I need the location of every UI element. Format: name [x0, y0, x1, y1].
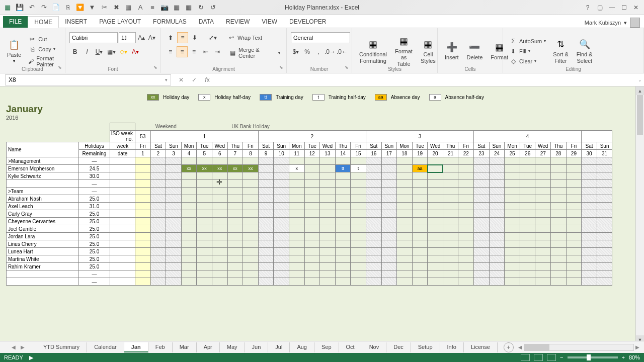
ribbon-tab-view[interactable]: VIEW — [256, 16, 283, 28]
align-middle-icon[interactable]: ≡ — [177, 32, 188, 43]
cancel-formula-icon[interactable]: ✕ — [176, 75, 186, 85]
ribbon-tab-developer[interactable]: DEVELOPER — [283, 16, 332, 28]
qat-icon[interactable]: 🔽 — [75, 3, 85, 12]
zoom-in-icon[interactable]: + — [622, 354, 625, 360]
avatar[interactable] — [630, 18, 640, 28]
vertical-scrollbar[interactable]: ▲ ▼ — [635, 86, 644, 344]
zoom-out-icon[interactable]: − — [560, 354, 563, 360]
align-bottom-icon[interactable]: ⬇ — [189, 32, 200, 43]
align-right-icon[interactable]: ≡ — [189, 46, 199, 57]
align-left-icon[interactable]: ≡ — [165, 46, 176, 57]
sheet-tab-info[interactable]: Info — [440, 342, 464, 352]
font-size-select[interactable] — [119, 32, 136, 43]
cut-button[interactable]: ✂Cut — [26, 35, 61, 44]
increase-font-icon[interactable]: A▴ — [137, 32, 146, 43]
find-select-button[interactable]: 🔍Find & Select — [574, 30, 596, 72]
increase-decimal-icon[interactable]: .0→ — [325, 46, 336, 57]
paste-button[interactable]: 📋 Paste ▾ — [4, 30, 24, 72]
fill-button[interactable]: ⬇Fill▾ — [507, 47, 548, 56]
table-row[interactable]: Rahim Kramer25.0 — [7, 263, 612, 270]
sheet-tab-sep[interactable]: Sep — [314, 342, 339, 352]
table-row[interactable]: Kylie Schwartz30.0 — [7, 172, 612, 180]
ribbon-tab-file[interactable]: FILE — [3, 16, 28, 28]
qat-icon[interactable]: A — [136, 3, 145, 12]
sheet-tab-jun[interactable]: Jun — [245, 342, 269, 352]
sheet-tab-oct[interactable]: Oct — [339, 342, 362, 352]
qat-icon[interactable]: ≡ — [148, 3, 157, 12]
format-painter-button[interactable]: 🖌Format Painter — [26, 55, 61, 68]
planner-table[interactable]: WeekendUK Bank HolidayISO week no.531234… — [6, 123, 612, 286]
font-color-button[interactable]: A▾ — [130, 46, 141, 57]
decrease-font-icon[interactable]: A▾ — [147, 32, 157, 43]
undo-icon[interactable]: ↶ — [27, 3, 36, 12]
dialog-launcher-icon[interactable]: ⬊ — [153, 65, 159, 71]
orientation-icon[interactable]: ⤢▾ — [207, 32, 218, 43]
sheet-tab-apr[interactable]: Apr — [197, 342, 220, 352]
worksheet-area[interactable]: xxHoliday day xHoliday half-day ttTraini… — [0, 86, 644, 344]
user-dropdown-icon[interactable]: ▾ — [624, 20, 627, 26]
wrap-text-button[interactable]: ↩Wrap Text — [225, 32, 264, 43]
scroll-thumb[interactable] — [637, 95, 643, 135]
conditional-formatting-button[interactable]: ▦Conditional Formatting — [356, 30, 390, 72]
expand-formula-icon[interactable]: ⌄ — [635, 77, 644, 82]
ribbon-tab-home[interactable]: HOME — [28, 16, 59, 28]
ribbon-tab-formulas[interactable]: FORMULAS — [147, 16, 193, 28]
qat-icon[interactable]: ↻ — [196, 3, 205, 12]
qat-icon[interactable]: ↺ — [208, 3, 217, 12]
minimize-icon[interactable]: — — [607, 3, 617, 13]
table-row[interactable]: Carly Gray25.0 — [7, 210, 612, 218]
qat-icon[interactable]: 📄 — [51, 3, 60, 12]
camera-icon[interactable]: 📷 — [160, 3, 169, 12]
table-row[interactable]: — — [7, 278, 612, 286]
ribbon-tab-review[interactable]: REVIEW — [220, 16, 256, 28]
decrease-indent-icon[interactable]: ⇤ — [200, 46, 211, 57]
qat-icon[interactable]: ▦ — [184, 3, 193, 12]
close-icon[interactable]: ✕ — [631, 3, 641, 13]
tab-nav-next-icon[interactable]: ▶ — [19, 344, 26, 351]
table-row[interactable]: Axel Leach31.0 — [7, 203, 612, 210]
macro-record-icon[interactable]: ▶ — [29, 354, 33, 361]
sheet-tab-ytd-summary[interactable]: YTD Summary — [36, 342, 87, 352]
clear-button[interactable]: ◇Clear▾ — [507, 57, 548, 66]
qat-icon[interactable]: ▦ — [172, 3, 181, 12]
dialog-launcher-icon[interactable]: ⬊ — [58, 65, 64, 71]
table-row[interactable]: >Management— — [7, 157, 612, 165]
table-row[interactable]: Linus Cherry25.0 — [7, 240, 612, 248]
table-row[interactable]: — — [7, 270, 612, 278]
italic-button[interactable]: I — [82, 46, 93, 57]
table-row[interactable]: Martina White25.0 — [7, 255, 612, 263]
sort-filter-button[interactable]: ⇅Sort & Filter — [550, 30, 572, 72]
sheet-tab-license[interactable]: License — [464, 342, 498, 352]
page-break-view-icon[interactable] — [547, 354, 556, 361]
scroll-thumb[interactable] — [524, 344, 549, 350]
qat-icon[interactable]: ✖ — [112, 3, 121, 12]
copy-button[interactable]: ⎘Copy▾ — [26, 45, 61, 54]
delete-button[interactable]: ➖Delete — [464, 30, 486, 72]
zoom-level[interactable]: 80% — [629, 354, 640, 360]
save-icon[interactable]: 💾 — [15, 3, 24, 12]
number-format-select[interactable] — [291, 32, 350, 43]
decrease-decimal-icon[interactable]: .0← — [337, 46, 348, 57]
table-row[interactable]: Lunea Hart25.0 — [7, 248, 612, 255]
sheet-tab-feb[interactable]: Feb — [148, 342, 173, 352]
increase-indent-icon[interactable]: ⇥ — [212, 46, 222, 57]
zoom-slider[interactable] — [568, 356, 618, 358]
sheet-tab-aug[interactable]: Aug — [290, 342, 314, 352]
maximize-icon[interactable]: ☐ — [619, 3, 629, 13]
dialog-launcher-icon[interactable]: ⬊ — [279, 65, 285, 71]
sheet-tab-jul[interactable]: Jul — [268, 342, 290, 352]
sheet-tab-may[interactable]: May — [220, 342, 245, 352]
tab-nav-prev-icon[interactable]: ◀ — [10, 344, 17, 351]
table-row[interactable]: Joel Gamble25.0 — [7, 225, 612, 233]
sheet-tab-jan[interactable]: Jan — [124, 342, 148, 352]
ribbon-options-icon[interactable]: ▢ — [595, 3, 605, 13]
fx-icon[interactable]: fx — [202, 75, 212, 85]
accounting-icon[interactable]: $▾ — [291, 46, 301, 57]
redo-icon[interactable]: ↷ — [39, 3, 48, 12]
hscroll-right-icon[interactable]: ▶ — [634, 344, 641, 351]
enter-formula-icon[interactable]: ✓ — [189, 75, 199, 85]
table-row[interactable]: — — [7, 180, 612, 188]
table-row[interactable]: Jordan Lara25.0 — [7, 233, 612, 240]
table-row[interactable]: Emerson Mcpherson24.5xxxxxxxxxxxtttaa — [7, 165, 612, 172]
table-row[interactable]: Cheyenne Cervantes25.0 — [7, 218, 612, 225]
